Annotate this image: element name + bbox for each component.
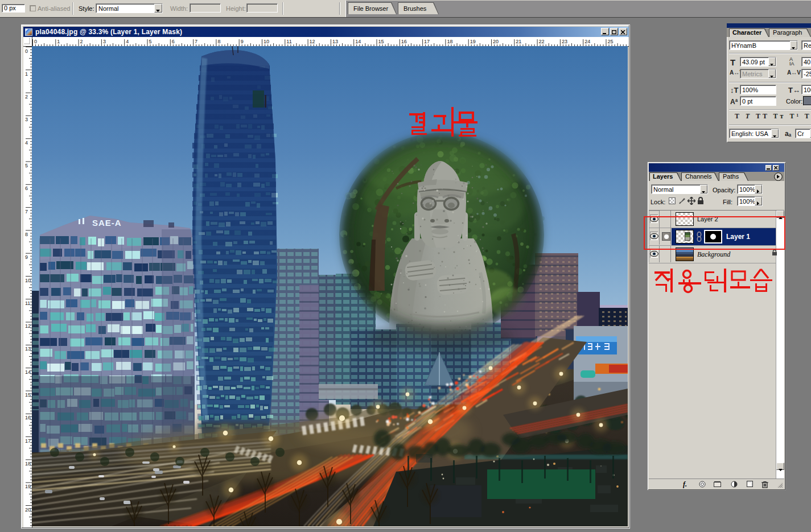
svg-text:14: 14 xyxy=(25,369,31,375)
svg-text:0: 0 xyxy=(34,39,37,44)
svg-text:24: 24 xyxy=(584,39,590,44)
svg-text:21: 21 xyxy=(516,39,521,44)
svg-text:2: 2 xyxy=(25,94,28,100)
svg-text:12: 12 xyxy=(25,323,31,329)
svg-text:18: 18 xyxy=(25,461,31,467)
svg-text:6: 6 xyxy=(25,185,28,191)
svg-text:5: 5 xyxy=(25,163,28,168)
svg-text:11: 11 xyxy=(25,300,30,306)
svg-text:16: 16 xyxy=(401,39,407,44)
svg-text:5: 5 xyxy=(149,39,152,44)
svg-text:10: 10 xyxy=(25,278,31,283)
svg-text:9: 9 xyxy=(241,39,244,44)
svg-text:9: 9 xyxy=(25,254,28,260)
svg-text:19: 19 xyxy=(470,39,476,44)
svg-text:8: 8 xyxy=(217,39,220,44)
svg-text:15: 15 xyxy=(25,392,31,398)
svg-text:15: 15 xyxy=(378,39,384,44)
svg-text:23: 23 xyxy=(562,39,567,44)
svg-text:22: 22 xyxy=(539,39,545,44)
svg-text:10: 10 xyxy=(264,39,269,44)
svg-text:18: 18 xyxy=(447,39,452,44)
svg-text:4: 4 xyxy=(126,39,129,44)
svg-text:8: 8 xyxy=(25,232,28,237)
svg-text:4: 4 xyxy=(25,140,28,146)
svg-text:3: 3 xyxy=(103,39,106,44)
svg-text:0: 0 xyxy=(25,48,28,54)
svg-text:3: 3 xyxy=(25,117,28,122)
svg-text:1: 1 xyxy=(25,71,28,77)
svg-text:SAE-A: SAE-A xyxy=(92,218,122,228)
svg-text:20: 20 xyxy=(25,507,31,513)
svg-text:2: 2 xyxy=(80,39,83,44)
svg-text:13: 13 xyxy=(332,39,338,44)
svg-text:12: 12 xyxy=(310,39,315,44)
svg-text:6: 6 xyxy=(172,39,175,44)
svg-text:14: 14 xyxy=(355,39,361,44)
svg-text:7: 7 xyxy=(25,209,28,215)
svg-text:11: 11 xyxy=(286,39,291,44)
svg-text:20: 20 xyxy=(493,39,499,44)
svg-text:7: 7 xyxy=(195,39,197,44)
svg-text:13: 13 xyxy=(25,346,31,352)
svg-text:16: 16 xyxy=(25,415,31,420)
svg-text:19: 19 xyxy=(25,484,31,489)
svg-text:25: 25 xyxy=(608,39,614,44)
svg-text:17: 17 xyxy=(25,438,31,444)
svg-text:17: 17 xyxy=(424,39,430,44)
svg-text:1: 1 xyxy=(57,39,60,44)
